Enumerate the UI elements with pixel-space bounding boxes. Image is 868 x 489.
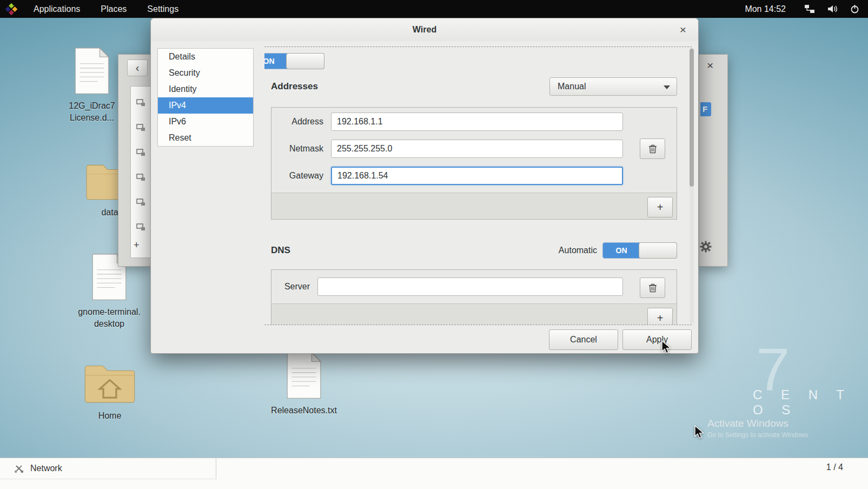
- sidebar-item-identity[interactable]: Identity: [158, 81, 253, 97]
- home-folder-icon: [83, 360, 137, 406]
- mouse-cursor-secondary: [694, 425, 706, 441]
- cancel-button[interactable]: Cancel: [549, 329, 618, 350]
- top-bar-status: Mon 14:52: [745, 4, 868, 14]
- desktop-icon-home[interactable]: Home: [69, 360, 150, 422]
- taskbar: Network 1 / 4: [0, 458, 868, 489]
- sidebar-item-details[interactable]: Details: [158, 49, 253, 65]
- desktop-icon-label: data: [101, 207, 118, 219]
- menu-places[interactable]: Places: [97, 4, 130, 14]
- address-input[interactable]: [331, 113, 623, 131]
- trash-icon: [648, 144, 657, 154]
- desktop-icon-label: ReleaseNotes.txt: [271, 405, 337, 417]
- top-bar: Applications Places Settings Mon 14:52: [0, 0, 868, 18]
- sidebar-item-ipv6[interactable]: IPv6: [158, 114, 253, 130]
- ipv4-toggle[interactable]: ON: [264, 53, 324, 69]
- workspace-pager[interactable]: 1 / 4: [826, 462, 843, 472]
- close-icon[interactable]: ×: [675, 22, 691, 37]
- addresses-method-dropdown[interactable]: Manual: [549, 77, 677, 96]
- gateway-input[interactable]: [331, 167, 623, 185]
- activate-windows-watermark: Activate Windows Go to Settings to activ…: [707, 418, 808, 439]
- dns-automatic-toggle[interactable]: ON: [602, 242, 677, 259]
- dns-server-input[interactable]: [317, 277, 623, 296]
- address-add-strip: +: [271, 193, 677, 219]
- trash-icon: [648, 283, 657, 293]
- menu-settings[interactable]: Settings: [144, 4, 182, 14]
- dns-automatic-label: Automatic: [559, 246, 597, 255]
- dialog-titlebar[interactable]: Wired ×: [151, 18, 698, 41]
- chevron-down-icon: [664, 85, 670, 89]
- taskbar-window-label: Network: [30, 464, 62, 473]
- centos-logo-brand: C E N T O S: [753, 387, 868, 418]
- apply-button[interactable]: Apply: [622, 329, 692, 350]
- connection-icon: [136, 223, 145, 231]
- connection-icon: [136, 123, 145, 131]
- addresses-label: Addresses: [271, 81, 318, 92]
- toggle-on-label: ON: [603, 246, 640, 255]
- toggle-knob[interactable]: [286, 53, 324, 69]
- connection-list-fragment: [130, 86, 151, 258]
- connection-icon: [136, 148, 145, 156]
- dropdown-value: Manual: [558, 82, 586, 91]
- addresses-groupbox: Address Netmask Gateway +: [271, 107, 677, 220]
- delete-dns-button[interactable]: [640, 277, 665, 298]
- dialog-sidebar: Details Security Identity IPv4 IPv6 Rese…: [157, 48, 254, 147]
- network-status-icon[interactable]: [804, 4, 815, 14]
- sidebar-item-ipv4[interactable]: IPv4: [158, 97, 253, 114]
- gear-icon[interactable]: [700, 241, 712, 255]
- mouse-cursor: [661, 340, 673, 356]
- address-row: Address: [271, 113, 623, 131]
- top-bar-menus: Applications Places Settings: [0, 4, 182, 14]
- dialog-scrollbar[interactable]: [690, 48, 694, 324]
- server-label: Server: [271, 282, 317, 292]
- connection-icon: [136, 98, 145, 107]
- delete-address-button[interactable]: [640, 138, 665, 159]
- background-window-right-fragment: × F: [699, 54, 728, 267]
- gateway-row: Gateway: [271, 167, 623, 185]
- toggle-on-label: ON: [264, 57, 287, 65]
- gateway-label: Gateway: [271, 171, 331, 181]
- dns-add-strip: +: [271, 303, 677, 325]
- taskbar-network-window[interactable]: Network: [0, 458, 216, 479]
- ipv4-settings-panel: IPv4 ON Addresses Manual Address Netmask…: [264, 47, 692, 325]
- dns-section-label: DNS: [271, 245, 290, 256]
- desktop-icon-label: gnome-terminal. desktop: [78, 306, 141, 330]
- scrollbar-thumb[interactable]: [690, 49, 694, 187]
- background-close-icon[interactable]: ×: [707, 59, 713, 72]
- background-window-left-fragment: ‹ +: [118, 54, 151, 267]
- distro-icon[interactable]: [6, 4, 16, 14]
- volume-icon[interactable]: [827, 4, 838, 14]
- power-icon[interactable]: [850, 4, 859, 14]
- desktop-icon-label: Home: [98, 410, 122, 422]
- back-button[interactable]: ‹: [127, 60, 148, 76]
- connection-icon: [136, 198, 145, 206]
- desktop-icon-releasenotes[interactable]: ReleaseNotes.txt: [263, 351, 344, 417]
- wired-dialog: Wired × Details Security Identity IPv4 I…: [150, 18, 699, 354]
- off-toggle-fragment[interactable]: F: [700, 102, 711, 116]
- document-icon: [72, 46, 112, 96]
- dns-automatic-row: Automatic ON: [559, 242, 677, 259]
- dns-groupbox: Server +: [271, 269, 677, 325]
- add-address-button[interactable]: +: [647, 197, 673, 217]
- connection-icon: [136, 173, 145, 181]
- toggle-knob[interactable]: [639, 242, 677, 259]
- document-icon: [284, 351, 324, 400]
- address-label: Address: [271, 117, 331, 127]
- sidebar-item-security[interactable]: Security: [158, 65, 253, 81]
- dns-server-row: Server: [271, 277, 623, 296]
- desktop-icon-label: 12G_iDrac7 License.d...: [69, 100, 115, 124]
- add-connection-button[interactable]: +: [134, 240, 140, 251]
- sidebar-item-reset[interactable]: Reset: [158, 130, 253, 146]
- netmask-label: Netmask: [271, 144, 331, 154]
- netmask-input[interactable]: [331, 140, 623, 158]
- clock[interactable]: Mon 14:52: [745, 4, 786, 14]
- network-app-icon: [13, 463, 25, 474]
- dialog-title: Wired: [413, 25, 436, 35]
- add-dns-button[interactable]: +: [647, 308, 673, 325]
- netmask-row: Netmask: [271, 140, 623, 158]
- menu-applications[interactable]: Applications: [30, 4, 83, 14]
